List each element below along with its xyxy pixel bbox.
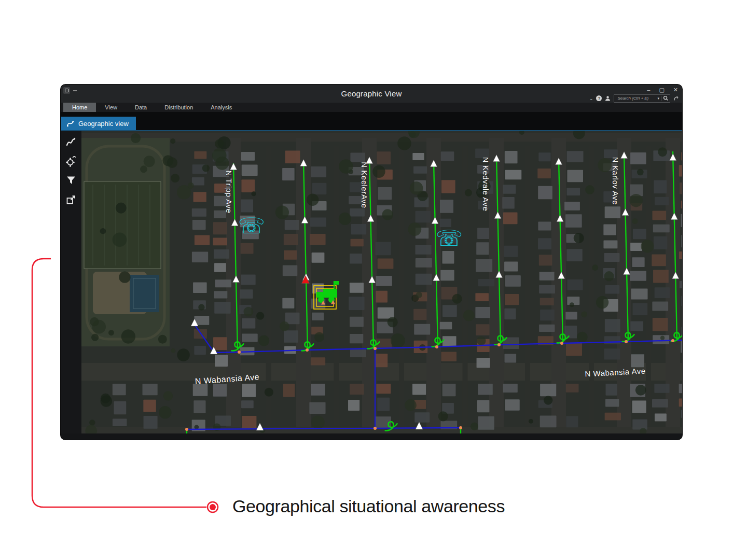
map-toolbar xyxy=(61,131,81,433)
titlebar: Geographic View – ▢ ✕ ⌄ ? ▾ xyxy=(61,85,682,103)
map-texture xyxy=(81,131,682,433)
junction-dot[interactable] xyxy=(306,348,309,352)
street-label: N KeelerAve xyxy=(360,162,369,208)
map-canvas[interactable]: ☏☏N Tripp AveN KeelerAveN Kedvale AveN K… xyxy=(81,131,682,433)
callout-label: Geographical situational awareness xyxy=(232,496,505,516)
search-input[interactable] xyxy=(616,95,656,101)
geographic-view-icon xyxy=(66,119,75,128)
menu-tab-analysis[interactable]: Analysis xyxy=(202,103,241,112)
junction-dot[interactable] xyxy=(560,342,563,345)
tab-geographic-view[interactable]: Geographic view xyxy=(61,117,136,130)
vehicle-body xyxy=(323,289,337,298)
callout-bullet-ring xyxy=(208,502,218,512)
filter-tool[interactable] xyxy=(64,174,78,187)
junction-dot[interactable] xyxy=(374,427,377,430)
menu-tab-view[interactable]: View xyxy=(96,103,126,112)
export-view-tool-icon xyxy=(65,193,77,206)
minimize-button[interactable]: – xyxy=(647,87,650,93)
curved-arrow-icon[interactable] xyxy=(673,95,680,101)
content-area: ☏☏N Tripp AveN KeelerAveN Kedvale AveN K… xyxy=(61,131,682,433)
geographic-view-window: Geographic View – ▢ ✕ ⌄ ? ▾ xyxy=(61,85,682,440)
map-pane[interactable]: ☏☏N Tripp AveN KeelerAveN Kedvale AveN K… xyxy=(81,131,682,433)
window-controls: – ▢ ✕ xyxy=(647,87,678,93)
document-tab-strip: Geographic view xyxy=(61,112,682,131)
export-view-tool[interactable] xyxy=(64,193,78,206)
junction-dot[interactable] xyxy=(625,340,628,343)
trace-tool-icon xyxy=(65,136,77,148)
street-label: N Karlov Ave xyxy=(611,157,620,205)
callout-bullet-dot xyxy=(210,504,216,510)
junction-dot[interactable] xyxy=(238,351,241,354)
junction-dot[interactable] xyxy=(185,428,188,431)
junction-dot[interactable] xyxy=(459,426,462,429)
user-icon[interactable] xyxy=(605,95,611,101)
menu-bar: HomeViewDataDistributionAnalysis xyxy=(61,103,682,112)
junction-dot[interactable] xyxy=(374,347,377,350)
chevron-down-icon[interactable]: ⌄ xyxy=(589,96,593,101)
quick-access-toolbar: ⌄ ? ▾ xyxy=(589,94,680,102)
street-label: N Tripp Ave xyxy=(225,171,233,214)
junction-dot[interactable] xyxy=(671,339,674,342)
menu-tab-home[interactable]: Home xyxy=(63,103,96,112)
tab-label: Geographic view xyxy=(78,120,129,128)
close-button[interactable]: ✕ xyxy=(673,87,678,93)
trace-tool[interactable] xyxy=(64,135,78,149)
network-explorer-tool[interactable] xyxy=(64,155,78,168)
junction-dot[interactable] xyxy=(497,343,501,346)
help-icon[interactable]: ? xyxy=(596,95,602,101)
menu-tab-distribution[interactable]: Distribution xyxy=(156,103,202,112)
menu-tab-data[interactable]: Data xyxy=(126,103,156,112)
filter-tool-icon xyxy=(65,174,77,187)
telephone-icon[interactable]: ☏ xyxy=(238,213,266,239)
vehicle-flag xyxy=(334,281,339,285)
network-explorer-tool-icon xyxy=(65,155,77,167)
satellite-background xyxy=(81,131,682,433)
search-box: ▾ xyxy=(614,94,670,103)
street-label: N Kedvale Ave xyxy=(481,157,490,212)
search-divider xyxy=(661,96,661,101)
search-icon[interactable] xyxy=(663,95,669,101)
junction-dot[interactable] xyxy=(435,345,438,348)
search-dropdown-icon[interactable]: ▾ xyxy=(657,96,659,101)
page: Geographical situational awareness Geogr… xyxy=(0,0,747,560)
telephone-icon[interactable]: ☏ xyxy=(436,226,463,251)
maximize-button[interactable]: ▢ xyxy=(659,87,664,93)
